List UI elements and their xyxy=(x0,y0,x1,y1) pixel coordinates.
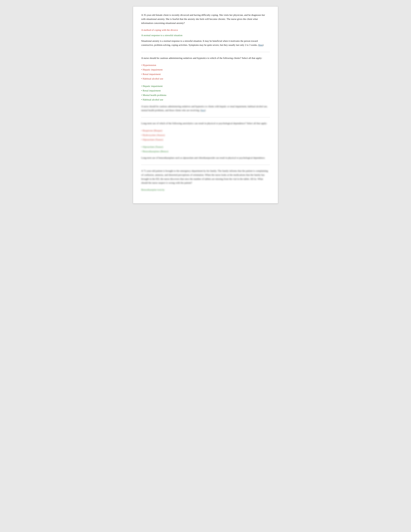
answer-correct-1: A normal response to a stressful situati… xyxy=(141,33,270,38)
answer-incorrect-1: A method of coping with the divorce xyxy=(141,28,270,32)
blurred-correct-alprazolam: • Alprazolam (Xanax) xyxy=(141,145,270,149)
page-container: A 35-year-old female client is recently … xyxy=(133,6,278,203)
section-1: A 35-year-old female client is recently … xyxy=(141,13,270,47)
section-4-blurred: A 71-year-old patient is brought to the … xyxy=(141,169,270,192)
divider-2 xyxy=(141,117,270,117)
list-item-incorrect-hypertension: • Hypertension xyxy=(141,63,270,67)
blurred-incorrect-hydroxyzine: • Hydroxyzine (Atarax) xyxy=(141,133,270,137)
explanation-1: Situational anxiety is a normal response… xyxy=(141,39,270,47)
list-item-incorrect-hepatic1: • Hepatic impairment xyxy=(141,67,270,72)
blurred-incorrect-buspirone: • Buspirone (Buspar) xyxy=(141,128,270,133)
blurred-correct-group: • Alprazolam (Xanax) • Benzodiazepines (… xyxy=(141,145,270,154)
correct-options-group: • Hepatic impairment • Renal impairment … xyxy=(141,84,270,102)
blurred-answer-4: Benzodiazepine toxicity xyxy=(141,188,270,192)
divider-3 xyxy=(141,165,270,165)
divider-1 xyxy=(141,52,270,52)
list-item-correct-hepatic: • Hepatic impairment xyxy=(141,84,270,88)
blurred-explanation-3: Long-term use of benzodiazepines such as… xyxy=(141,156,270,160)
blurred-explanation-2: A nurse should be cautious administering… xyxy=(141,104,270,113)
question-1: A 35-year-old female client is recently … xyxy=(141,13,270,25)
list-item-incorrect-renal1: • Renal impairment xyxy=(141,72,270,76)
list-item-incorrect-alcohol1: • Habitual alcohol use xyxy=(141,76,270,81)
list-item-correct-mental: • Mental health problems xyxy=(141,93,270,97)
list-item-correct-alcohol: • Habitual alcohol use xyxy=(141,97,270,102)
blurred-correct-benzo: • Benzodiazepines (Benzo) xyxy=(141,149,270,154)
list-item-correct-renal: • Renal impairment xyxy=(141,88,270,93)
question-2: A nurse should be cautious administering… xyxy=(141,56,270,60)
question-4-blurred: A 71-year-old patient is brought to the … xyxy=(141,169,270,185)
blurred-incorrect-alprazolam: • Alprazolam (Xanax) xyxy=(141,137,270,142)
blurred-incorrect-group: • Buspirone (Buspar) • Hydroxyzine (Atar… xyxy=(141,128,270,142)
question-3-blurred: Long-term use of which of the following … xyxy=(141,121,270,125)
incorrect-options-group: • Hypertension • Hepatic impairment • Re… xyxy=(141,63,270,81)
section-2: A nurse should be cautious administering… xyxy=(141,56,270,112)
less-link-1[interactable]: less xyxy=(259,44,263,46)
section-3-blurred: Long-term use of which of the following … xyxy=(141,121,270,160)
